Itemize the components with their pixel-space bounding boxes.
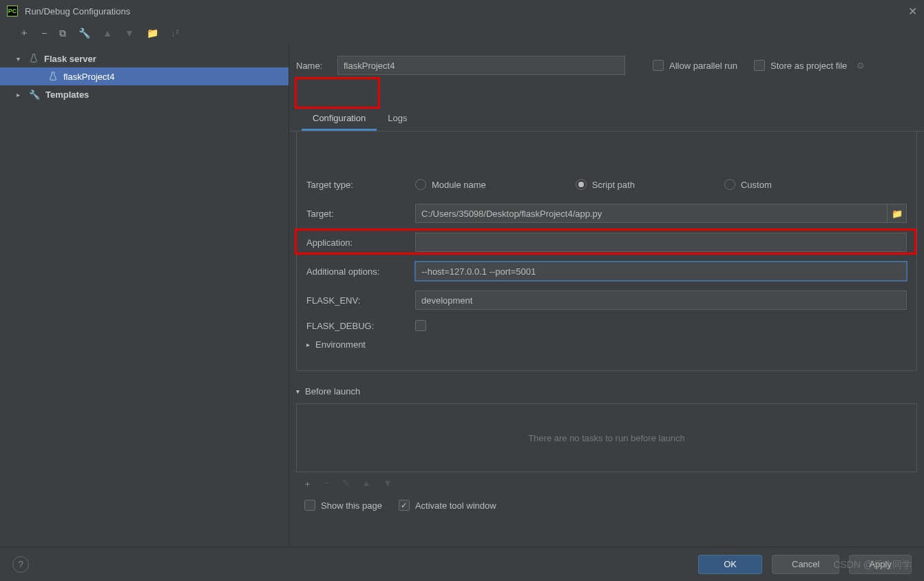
folder-icon[interactable]: 📁 xyxy=(147,28,158,39)
application-input[interactable] xyxy=(415,233,907,252)
sort-icon[interactable]: ↓² xyxy=(171,28,179,39)
tab-logs[interactable]: Logs xyxy=(377,107,418,131)
down-task-icon[interactable]: ▼ xyxy=(383,478,392,490)
ok-button[interactable]: OK xyxy=(698,555,762,574)
up-task-icon[interactable]: ▲ xyxy=(362,478,371,490)
activate-tool-window-checkbox[interactable]: Activate tool window xyxy=(399,500,496,511)
name-input[interactable] xyxy=(337,56,625,75)
radio-module-name[interactable]: Module name xyxy=(415,179,486,190)
add-icon[interactable]: ＋ xyxy=(19,27,29,39)
chevron-right-icon[interactable]: ▸ xyxy=(306,341,310,348)
cancel-button[interactable]: Cancel xyxy=(772,555,839,574)
flask-env-label: FLASK_ENV: xyxy=(306,295,415,306)
watermark: CSDN @乐途同学 xyxy=(833,559,912,571)
chevron-right-icon: ▸ xyxy=(17,91,23,98)
flask-env-input[interactable] xyxy=(415,290,907,310)
gear-icon[interactable]: ⚙ xyxy=(857,61,865,71)
remove-icon[interactable]: − xyxy=(41,28,47,39)
copy-icon[interactable]: ⧉ xyxy=(59,28,66,39)
flask-icon xyxy=(29,54,39,63)
content-panel: Name: Allow parallel run Store as projec… xyxy=(289,44,924,547)
remove-task-icon[interactable]: − xyxy=(324,478,330,490)
bottombar: ? OK Cancel Apply xyxy=(0,547,924,581)
environment-label[interactable]: Environment xyxy=(315,339,366,350)
browse-folder-icon[interactable]: 📁 xyxy=(888,204,907,223)
tab-configuration[interactable]: Configuration xyxy=(302,107,377,131)
wrench-icon[interactable]: 🔧 xyxy=(78,28,90,39)
additional-options-label: Additional options: xyxy=(306,266,415,277)
toolbar: ＋ − ⧉ 🔧 ▲ ▼ 📁 ↓² xyxy=(0,22,924,44)
radio-script-path[interactable]: Script path xyxy=(576,179,635,190)
config-tree: ▾ Flask server flaskProject4 ▸ 🔧 Templat… xyxy=(0,44,289,547)
tree-item-label: flaskProject4 xyxy=(63,72,114,82)
empty-text: There are no tasks to run before launch xyxy=(528,433,685,443)
before-launch-list: There are no tasks to run before launch xyxy=(296,403,917,472)
titlebar: PC Run/Debug Configurations ✕ xyxy=(0,0,924,22)
window-title: Run/Debug Configurations xyxy=(25,6,130,17)
flask-debug-label: FLASK_DEBUG: xyxy=(306,321,415,331)
close-icon[interactable]: ✕ xyxy=(908,5,917,18)
show-this-page-checkbox[interactable]: Show this page xyxy=(304,500,382,511)
add-task-icon[interactable]: ＋ xyxy=(303,478,312,490)
before-launch-section: ▾ Before launch There are no tasks to ru… xyxy=(296,386,917,511)
chevron-down-icon[interactable]: ▾ xyxy=(296,388,300,395)
name-label: Name: xyxy=(296,61,337,71)
down-icon[interactable]: ▼ xyxy=(125,28,134,39)
tree-group-label: Flask server xyxy=(44,54,96,64)
tree-item-flaskproject4[interactable]: flaskProject4 xyxy=(0,67,288,85)
allow-parallel-checkbox[interactable]: Allow parallel run xyxy=(653,60,737,71)
target-label: Target: xyxy=(306,209,415,219)
store-as-file-checkbox[interactable]: Store as project file⚙ xyxy=(754,60,865,71)
tree-group-label: Templates xyxy=(45,89,89,100)
wrench-icon: 🔧 xyxy=(29,89,40,100)
flask-debug-checkbox[interactable] xyxy=(415,320,426,331)
up-icon[interactable]: ▲ xyxy=(103,28,112,39)
help-icon[interactable]: ? xyxy=(12,556,29,573)
tree-group-flask[interactable]: ▾ Flask server xyxy=(0,50,288,67)
flask-icon xyxy=(48,72,58,81)
radio-custom[interactable]: Custom xyxy=(724,179,772,190)
tree-group-templates[interactable]: ▸ 🔧 Templates xyxy=(0,85,288,103)
edit-task-icon[interactable]: ✎ xyxy=(342,478,350,490)
configuration-panel: Target type: Module name Script path Cus… xyxy=(296,131,917,371)
pycharm-icon: PC xyxy=(7,6,18,17)
target-input[interactable] xyxy=(415,204,888,223)
before-launch-label: Before launch xyxy=(305,386,360,397)
additional-options-input[interactable] xyxy=(415,262,907,281)
target-type-label: Target type: xyxy=(306,180,415,190)
application-label: Application: xyxy=(306,237,415,248)
chevron-down-icon: ▾ xyxy=(17,55,23,63)
tabs: Configuration Logs xyxy=(289,107,924,131)
